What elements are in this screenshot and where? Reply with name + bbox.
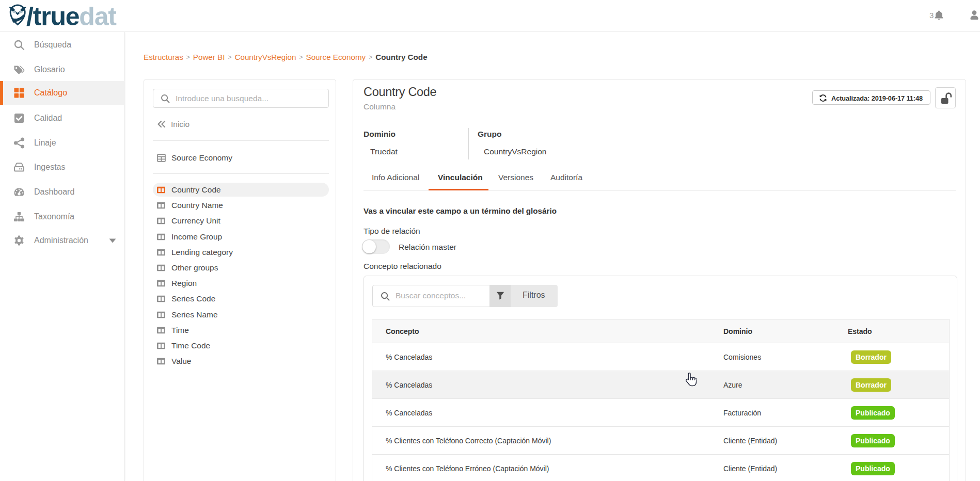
svg-text:/truedat: /truedat: [26, 2, 117, 30]
